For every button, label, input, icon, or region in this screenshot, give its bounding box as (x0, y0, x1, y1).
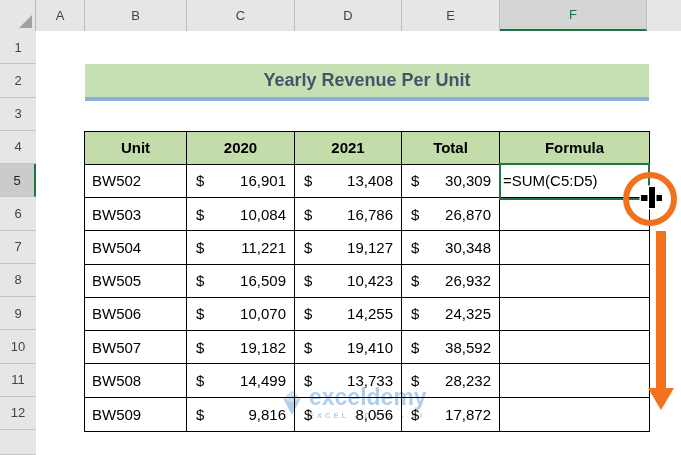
cell-F12[interactable] (500, 398, 649, 431)
currency-symbol: $ (304, 206, 312, 223)
cell-B7[interactable]: BW504 (85, 231, 187, 264)
row-header-6[interactable]: 6 (0, 197, 36, 230)
cell-B6[interactable]: BW503 (85, 198, 187, 231)
column-header-C[interactable]: C (187, 0, 295, 31)
column-header-A[interactable]: A (36, 0, 85, 31)
table-header-unit[interactable]: Unit (85, 132, 187, 165)
cell-F11[interactable] (500, 364, 649, 397)
currency-symbol: $ (196, 406, 204, 423)
table-header-2020[interactable]: 2020 (187, 132, 295, 165)
cell-B11[interactable]: BW508 (85, 364, 187, 397)
cell-C11[interactable]: $14,499 (187, 364, 295, 397)
cell-value: 13,408 (347, 172, 393, 189)
column-header-F[interactable]: F (500, 0, 647, 31)
cell-D10[interactable]: $19,410 (295, 331, 402, 364)
row-header-9[interactable]: 9 (0, 297, 36, 330)
row-header-2[interactable]: 2 (0, 64, 36, 97)
cell-B8[interactable]: BW505 (85, 265, 187, 298)
cell-C9[interactable]: $10,070 (187, 298, 295, 331)
table-header-formula[interactable]: Formula (500, 132, 649, 165)
cell-F10[interactable] (500, 331, 649, 364)
cell-C12[interactable]: $9,816 (187, 398, 295, 431)
cell-E10[interactable]: $38,592 (402, 331, 500, 364)
cell-D9[interactable]: $14,255 (295, 298, 402, 331)
cell-E9[interactable]: $24,325 (402, 298, 500, 331)
row-header-11[interactable]: 11 (0, 364, 36, 397)
row-header-3[interactable]: 3 (0, 98, 36, 131)
row-header-10[interactable]: 10 (0, 330, 36, 363)
row-header-7[interactable]: 7 (0, 231, 36, 264)
row-header-4[interactable]: 4 (0, 131, 36, 164)
cell-B10[interactable]: BW507 (85, 331, 187, 364)
cell-value: 9,816 (248, 406, 286, 423)
cell-C7[interactable]: $11,221 (187, 231, 295, 264)
data-table: Unit20202021TotalFormulaBW502$16,901$13,… (84, 131, 650, 432)
currency-symbol: $ (304, 272, 312, 289)
title-banner[interactable]: Yearly Revenue Per Unit (85, 64, 649, 101)
cell-value: 28,232 (445, 372, 491, 389)
cell-F8[interactable] (500, 265, 649, 298)
unit-value: BW505 (92, 272, 141, 289)
cell-D11[interactable]: $13,733 (295, 364, 402, 397)
cell-D5[interactable]: $13,408 (295, 165, 402, 198)
cell-B12[interactable]: BW509 (85, 398, 187, 431)
cell-value: 26,870 (445, 206, 491, 223)
row-header-partial[interactable] (0, 430, 36, 455)
currency-symbol: $ (304, 172, 312, 189)
cell-E7[interactable]: $30,348 (402, 231, 500, 264)
cell-value: 16,509 (240, 272, 286, 289)
cell-F5[interactable]: =SUM(C5:D5) (500, 165, 649, 198)
cell-E8[interactable]: $26,932 (402, 265, 500, 298)
currency-symbol: $ (196, 305, 204, 322)
currency-symbol: $ (411, 239, 419, 256)
cell-B9[interactable]: BW506 (85, 298, 187, 331)
cell-value: 11,221 (241, 239, 286, 256)
currency-symbol: $ (196, 206, 204, 223)
column-header-B[interactable]: B (85, 0, 187, 31)
column-header-E[interactable]: E (402, 0, 500, 31)
cell-value: 14,499 (240, 372, 286, 389)
currency-symbol: $ (411, 372, 419, 389)
cell-E12[interactable]: $17,872 (402, 398, 500, 431)
table-header-2021[interactable]: 2021 (295, 132, 402, 165)
unit-value: BW509 (92, 406, 141, 423)
cell-D8[interactable]: $10,423 (295, 265, 402, 298)
cell-F9[interactable] (500, 298, 649, 331)
cell-F7[interactable] (500, 231, 649, 264)
currency-symbol: $ (196, 272, 204, 289)
currency-symbol: $ (411, 406, 419, 423)
currency-symbol: $ (304, 239, 312, 256)
cell-value: 24,325 (445, 305, 491, 322)
cell-B5[interactable]: BW502 (85, 165, 187, 198)
row-header-12[interactable]: 12 (0, 397, 36, 430)
cell-D7[interactable]: $19,127 (295, 231, 402, 264)
cell-value: 19,410 (347, 339, 393, 356)
cell-E5[interactable]: $30,309 (402, 165, 500, 198)
cell-value: 19,182 (240, 339, 286, 356)
cell-C8[interactable]: $16,509 (187, 265, 295, 298)
cell-value: 10,084 (240, 206, 286, 223)
cell-value: 8,056 (355, 406, 393, 423)
cell-value: 19,127 (347, 239, 393, 256)
column-header-partial[interactable] (647, 0, 681, 31)
select-all-corner[interactable] (0, 0, 36, 31)
cell-D12[interactable]: $8,056 (295, 398, 402, 431)
cell-C6[interactable]: $10,084 (187, 198, 295, 231)
row-header-5[interactable]: 5 (0, 164, 36, 197)
row-header-8[interactable]: 8 (0, 264, 36, 297)
cell-E6[interactable]: $26,870 (402, 198, 500, 231)
currency-symbol: $ (304, 305, 312, 322)
currency-symbol: $ (196, 172, 204, 189)
table-header-total[interactable]: Total (402, 132, 500, 165)
arrow-head (648, 388, 674, 410)
cell-E11[interactable]: $28,232 (402, 364, 500, 397)
column-header-D[interactable]: D (295, 0, 402, 31)
cell-value: 30,348 (445, 239, 491, 256)
unit-value: BW502 (92, 172, 141, 189)
row-header-1[interactable]: 1 (0, 31, 36, 64)
cell-C10[interactable]: $19,182 (187, 331, 295, 364)
cell-D6[interactable]: $16,786 (295, 198, 402, 231)
unit-value: BW503 (92, 206, 141, 223)
cell-F6[interactable] (500, 198, 649, 231)
cell-C5[interactable]: $16,901 (187, 165, 295, 198)
